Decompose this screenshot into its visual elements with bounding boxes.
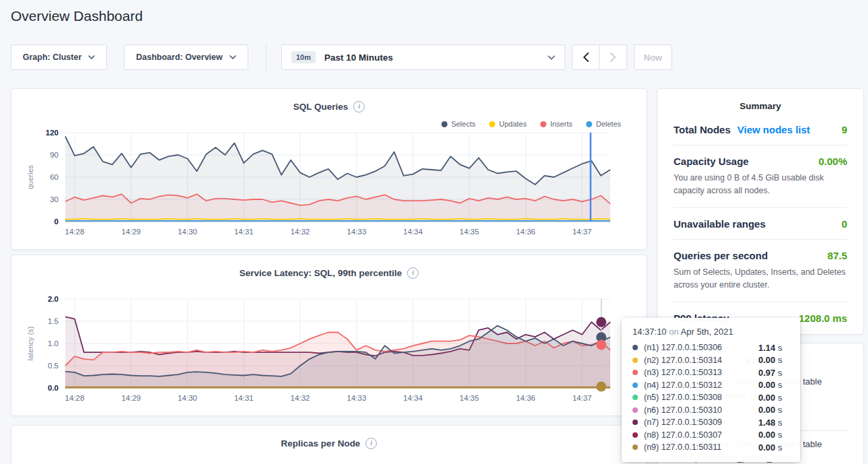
tooltip-unit: s [775,380,782,390]
summary-description: You are using 0 B of 4.5 GiB usable disk… [674,172,847,198]
latency-chart-card: Service Latency: SQL, 99th percentile i … [11,255,647,416]
summary-panel: Summary Total NodesView nodes list9Capac… [657,88,864,335]
tooltip-node-value: 1.14 s [758,343,789,353]
svg-text:0.0: 0.0 [48,384,59,392]
info-icon[interactable]: i [353,101,365,112]
latency-chart-title: Service Latency: SQL, 99th percentile [240,268,402,278]
tooltip-row: (n7) 127.0.0.1:503091.48 s [632,416,789,429]
time-range-picker[interactable]: 10m Past 10 Minutes [281,44,565,70]
tooltip-on: on [669,327,678,337]
svg-text:14:32: 14:32 [291,228,310,236]
tooltip-unit: s [775,343,782,353]
page-title: Overview Dashboard [11,8,143,24]
tooltip-node-address: (n3) 127.0.0.1:50313 [644,368,722,377]
chart-hover-tooltip: 14:37:10 on Apr 5th, 2021 (n1) 127.0.0.1… [622,318,800,462]
summary-value: 0 [842,218,847,230]
svg-text:1.0: 1.0 [48,339,59,347]
toolbar-divider [266,44,266,70]
tooltip-unit: s [775,393,782,403]
now-button[interactable]: Now [634,44,672,70]
view-nodes-list-link[interactable]: View nodes list [737,124,810,135]
svg-text:14:29: 14:29 [121,394,141,402]
tooltip-row: (n5) 127.0.0.1:503080.00 s [632,391,789,404]
info-icon[interactable]: i [407,267,419,279]
tooltip-row: (n8) 127.0.0.1:503070.00 s [632,429,789,442]
svg-text:14:35: 14:35 [460,228,479,236]
svg-text:14:28: 14:28 [65,394,85,402]
chevron-down-icon [548,55,555,60]
time-next-button[interactable] [600,44,627,70]
replicas-chart-card: Replicas per Node i [11,425,647,464]
svg-text:14:37: 14:37 [573,228,592,236]
time-range-badge: 10m [291,51,316,63]
svg-text:14:28: 14:28 [65,228,85,236]
graph-dropdown[interactable]: Graph: Cluster [11,44,107,70]
svg-text:14:31: 14:31 [234,228,254,236]
summary-heading: Summary [657,89,863,114]
summary-row-queries-per-second: Queries per second87.5Sum of Selects, Up… [674,240,847,302]
replicas-chart-title-row: Replicas per Node i [11,426,647,449]
svg-text:14:30: 14:30 [178,394,197,402]
svg-text:14:33: 14:33 [347,228,367,236]
tooltip-unit: s [775,405,782,415]
tooltip-node-address: (n2) 127.0.0.1:50314 [644,356,722,365]
sql-chart-title-row: SQL Queries i [11,89,647,112]
summary-label: Capacity Usage [674,156,749,167]
svg-text:14:34: 14:34 [403,394,423,402]
time-range-label: Past 10 Minutes [324,53,393,63]
summary-description: Sum of Selects, Updates, Inserts, and De… [674,266,847,292]
node-series-dot-icon [632,407,638,413]
summary-value: 1208.0 ms [799,312,847,324]
tooltip-node-address: (n4) 127.0.0.1:50312 [644,380,722,390]
time-prev-button[interactable] [572,44,600,70]
inserts-series-dot-icon [540,121,546,127]
chevron-down-icon [229,55,236,59]
time-pager [572,44,627,70]
tooltip-unit: s [775,430,782,440]
svg-text:14:32: 14:32 [291,394,310,402]
tooltip-unit: s [775,442,782,453]
replicas-chart-title: Replicas per Node [281,438,361,449]
summary-value: 0.00% [818,156,847,167]
updates-series-dot-icon [489,121,495,127]
svg-text:60: 60 [50,173,59,181]
node-series-dot-icon [632,370,638,375]
dashboard-dropdown[interactable]: Dashboard: Overview [124,44,248,70]
tooltip-node-value: 0.00 s [758,355,789,365]
info-icon[interactable]: i [365,438,377,449]
tooltip-rows: (n1) 127.0.0.1:503061.14 s(n2) 127.0.0.1… [632,341,789,454]
tooltip-date: Apr 5th, 2021 [681,327,733,337]
latency-chart[interactable]: 0.00.51.01.52.014:2814:2914:3014:3114:32… [24,294,644,408]
tooltip-row: (n1) 127.0.0.1:503061.14 s [632,341,789,354]
sql-queries-chart[interactable]: 030609012014:2814:2914:3014:3114:3214:33… [24,127,644,242]
summary-value: 9 [842,124,847,135]
summary-label: Total Nodes [674,124,731,135]
tooltip-row: (n6) 127.0.0.1:503100.00 s [632,404,789,417]
sql-chart-title: SQL Queries [293,102,349,112]
svg-text:14:36: 14:36 [516,228,536,236]
tooltip-time: 14:37:10 [632,327,667,337]
tooltip-node-address: (n9) 127.0.0.1:50311 [644,442,721,452]
toolbar: Graph: Cluster Dashboard: Overview 10m P… [11,44,672,70]
svg-text:latency (s): latency (s) [26,327,34,361]
tooltip-row: (n9) 127.0.0.1:503110.00 s [632,441,789,454]
tooltip-node-address: (n8) 127.0.0.1:50307 [644,430,722,440]
chevron-right-icon [610,53,616,62]
svg-text:14:34: 14:34 [403,228,423,236]
summary-label: Unavailable ranges [674,218,766,230]
node-series-dot-icon [632,358,638,363]
tooltip-node-value: 1.48 s [758,418,789,428]
chevron-left-icon [583,53,589,62]
tooltip-unit: s [775,418,782,428]
graph-dropdown-label: Graph: Cluster [23,53,82,62]
tooltip-row: (n4) 127.0.0.1:503120.00 s [632,379,789,392]
node-series-dot-icon [632,420,638,425]
node-series-dot-icon [632,345,638,350]
tooltip-node-address: (n7) 127.0.0.1:50309 [644,418,722,427]
tooltip-node-address: (n5) 127.0.0.1:50308 [644,393,722,402]
tooltip-header: 14:37:10 on Apr 5th, 2021 [632,327,789,337]
tooltip-node-value: 0.00 s [758,442,789,453]
tooltip-node-value: 0.00 s [758,393,789,403]
svg-text:120: 120 [46,129,59,137]
tooltip-node-value: 0.97 s [758,368,789,378]
